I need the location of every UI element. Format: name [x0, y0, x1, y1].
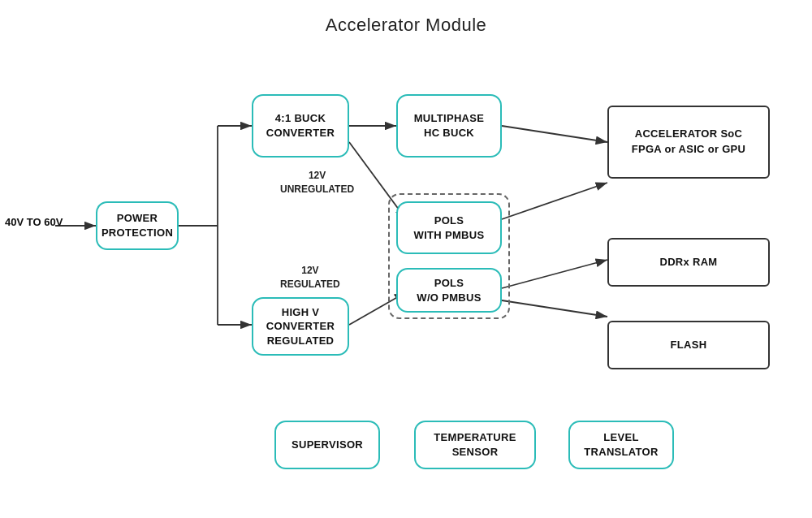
svg-line-12 — [502, 183, 607, 219]
svg-line-14 — [502, 300, 607, 317]
multiphase-box: MULTIPHASE HC BUCK — [396, 94, 502, 158]
power-protection-box: POWER PROTECTION — [96, 201, 179, 250]
high-v-converter-box: HIGH V CONVERTER REGULATED — [252, 297, 349, 356]
svg-line-9 — [502, 126, 607, 142]
pols-with-pmbus-box: POLS WITH PMBUS — [396, 201, 502, 254]
buck-converter-box: 4:1 BUCK CONVERTER — [252, 94, 349, 158]
flash-box: FLASH — [607, 321, 770, 369]
regulated-label: 12V REGULATED — [280, 264, 340, 291]
input-voltage-label: 40V TO 60V — [5, 215, 63, 230]
diagram-container: Accelerator Module — [0, 0, 812, 518]
pols-without-pmbus-box: POLS W/O PMBUS — [396, 268, 502, 313]
level-translator-box: LEVEL TRANSLATOR — [568, 421, 674, 469]
temperature-sensor-box: TEMPERATURE SENSOR — [414, 421, 536, 469]
page-title: Accelerator Module — [0, 0, 812, 36]
svg-line-13 — [502, 260, 607, 288]
accelerator-soc-box: ACCELERATOR SoC FPGA or ASIC or GPU — [607, 106, 770, 179]
unregulated-label: 12V UNREGULATED — [280, 169, 354, 196]
supervisor-box: SUPERVISOR — [274, 421, 380, 469]
ddrx-ram-box: DDRx RAM — [607, 238, 770, 287]
